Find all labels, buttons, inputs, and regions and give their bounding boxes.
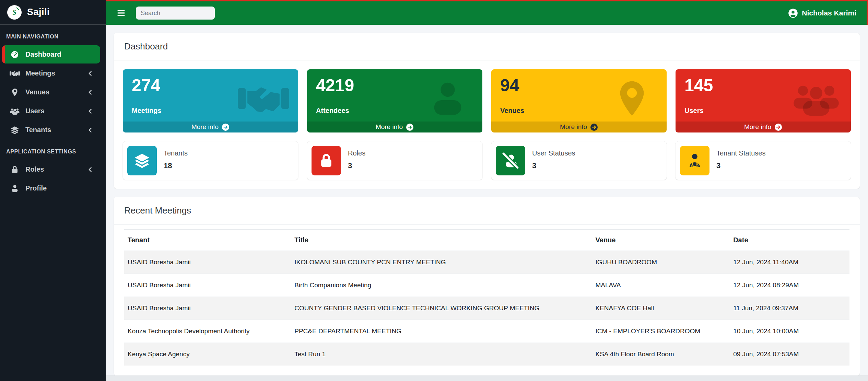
info-box-roles: Roles3 [307, 141, 482, 180]
stat-label: Attendees [316, 107, 473, 115]
search-input[interactable] [136, 7, 215, 20]
cell-title: Birth Companions Meeting [291, 274, 592, 297]
info-boxes-row: Tenants18Roles3User Statuses3Tenant Stat… [123, 141, 851, 180]
recent-meetings-table: TenantTitleVenueDateUSAID Boresha JamiiI… [124, 229, 849, 366]
cell-date: 12 Jun, 2024 08:29AM [730, 274, 849, 297]
brand[interactable]: S Sajili [0, 0, 106, 25]
more-info-link[interactable]: More info [123, 122, 298, 132]
page-footer [106, 376, 868, 381]
info-box-tenant-statuses: Tenant Statuses3 [676, 141, 851, 180]
sidebar-item-venues[interactable]: Venues [2, 83, 100, 101]
table-header-row: TenantTitleVenueDate [124, 230, 849, 251]
chevron-left-icon [86, 166, 94, 173]
arrow-right-circle-icon [406, 123, 414, 131]
chevron-left-icon [86, 89, 94, 96]
page-title: Dashboard [124, 41, 849, 52]
cell-venue: KENAFYA COE Hall [592, 297, 730, 320]
main-content: Dashboard 274MeetingsMore info4219Attend… [106, 25, 868, 381]
arrow-right-circle-icon [222, 123, 230, 131]
chevron-left-icon [86, 70, 94, 77]
stat-box-users: 145UsersMore info [676, 69, 851, 132]
column-header-date: Date [730, 230, 849, 251]
dashboard-card-header: Dashboard [114, 33, 860, 60]
map-pin-icon [10, 88, 20, 97]
user-icon [10, 184, 20, 193]
recent-meetings-header: Recent Meetings [114, 197, 860, 224]
info-box-label: User Statuses [532, 149, 575, 157]
cell-tenant: USAID Boresha Jamii [124, 297, 291, 320]
lock-icon [10, 165, 20, 174]
cell-venue: KSA 4th Floor Board Room [592, 343, 730, 366]
info-box-tenants: Tenants18 [123, 141, 298, 180]
info-box-value: 3 [348, 161, 365, 170]
chevron-left-icon [86, 126, 94, 134]
user-menu[interactable]: Nicholas Karimi [788, 8, 856, 18]
cell-date: 10 Jun, 2024 10:00AM [730, 320, 849, 343]
brand-logo-icon: S [7, 5, 22, 20]
user-doctor-icon [680, 146, 709, 175]
sidebar-nav: MAIN NAVIGATIONDashboardMeetingsVenuesUs… [0, 25, 106, 197]
stat-value: 145 [684, 76, 842, 95]
layers-icon [10, 126, 20, 135]
cell-title: IKOLOMANI SUB COUNTY PCN ENTRY MEETING [291, 251, 592, 274]
layers-icon [127, 146, 157, 175]
recent-meetings-card: Recent Meetings TenantTitleVenueDateUSAI… [114, 197, 860, 376]
stat-label: Venues [500, 107, 658, 115]
column-header-title: Title [291, 230, 592, 251]
cell-title: Test Run 1 [291, 343, 592, 366]
info-box-label: Roles [348, 149, 365, 157]
chevron-left-icon [86, 107, 94, 115]
nav-section-label: MAIN NAVIGATION [0, 25, 106, 45]
more-info-link[interactable]: More info [491, 122, 667, 132]
sidebar-item-users[interactable]: Users [2, 102, 100, 120]
info-box-label: Tenants [164, 149, 188, 157]
cell-venue: MALAVA [592, 274, 730, 297]
cell-venue: IGUHU BOADROOM [592, 251, 730, 274]
stat-boxes-row: 274MeetingsMore info4219AttendeesMore in… [123, 69, 851, 132]
arrow-right-circle-icon [774, 123, 782, 131]
table-row: USAID Boresha JamiiIKOLOMANI SUB COUNTY … [124, 251, 849, 274]
cell-venue: ICM - EMPLOYER'S BOARDROOM [592, 320, 730, 343]
sidebar-item-profile[interactable]: Profile [2, 179, 100, 197]
hamburger-menu-icon[interactable] [116, 8, 126, 18]
stat-box-meetings: 274MeetingsMore info [123, 69, 298, 132]
lock-icon [312, 146, 341, 175]
arrow-right-circle-icon [590, 123, 598, 131]
recent-meetings-body: TenantTitleVenueDateUSAID Boresha JamiiI… [114, 224, 860, 376]
recent-meetings-title: Recent Meetings [124, 205, 849, 216]
cell-date: 12 Jun, 2024 11:40AM [730, 251, 849, 274]
search-box [136, 7, 215, 20]
more-info-link[interactable]: More info [676, 122, 851, 132]
cell-date: 11 Jun, 2024 09:37AM [730, 297, 849, 320]
dashboard-card: Dashboard 274MeetingsMore info4219Attend… [114, 33, 860, 189]
brand-name: Sajili [27, 7, 50, 18]
cell-date: 09 Jun, 2024 07:53AM [730, 343, 849, 366]
user-slash-icon [496, 146, 525, 175]
users-icon [10, 107, 20, 116]
sidebar-item-tenants[interactable]: Tenants [2, 121, 100, 139]
table-row: USAID Boresha JamiiBirth Companions Meet… [124, 274, 849, 297]
cell-tenant: Kenya Space Agency [124, 343, 291, 366]
cell-tenant: Konza Technopolis Development Authority [124, 320, 291, 343]
table-row: Konza Technopolis Development AuthorityP… [124, 320, 849, 343]
info-box-label: Tenant Statuses [716, 149, 765, 157]
sidebar-item-dashboard[interactable]: Dashboard [2, 45, 100, 64]
stat-value: 94 [500, 76, 658, 95]
table-row: Kenya Space AgencyTest Run 1KSA 4th Floo… [124, 343, 849, 366]
cell-tenant: USAID Boresha Jamii [124, 274, 291, 297]
stat-box-venues: 94VenuesMore info [491, 69, 667, 132]
sidebar-item-meetings[interactable]: Meetings [2, 64, 100, 82]
gauge-icon [10, 50, 20, 59]
user-name: Nicholas Karimi [802, 9, 856, 17]
sidebar-item-roles[interactable]: Roles [2, 160, 100, 178]
stat-value: 4219 [316, 76, 473, 95]
cell-title: PPC&E DEPARTMENTAL MEETING [291, 320, 592, 343]
more-info-link[interactable]: More info [307, 122, 482, 132]
nav-section-label: APPLICATION SETTINGS [0, 140, 106, 160]
top-navbar: Nicholas Karimi [106, 0, 868, 25]
cell-tenant: USAID Boresha Jamii [124, 251, 291, 274]
table-row: USAID Boresha JamiiCOUNTY GENDER BASED V… [124, 297, 849, 320]
sidebar: S Sajili MAIN NAVIGATIONDashboardMeeting… [0, 0, 106, 381]
info-box-value: 3 [532, 161, 575, 170]
stat-box-attendees: 4219AttendeesMore info [307, 69, 482, 132]
